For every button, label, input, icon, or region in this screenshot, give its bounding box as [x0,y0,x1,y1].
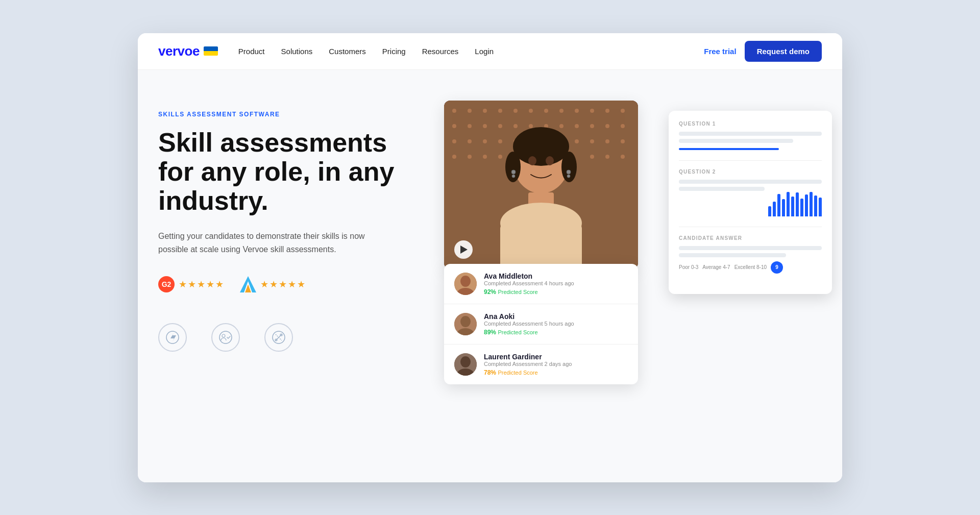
nav-pricing[interactable]: Pricing [382,47,406,56]
free-trial-button[interactable]: Free trial [704,47,736,56]
ratings-section: G2 ★ ★ ★ ★ ★ [158,276,424,292]
svg-point-48 [452,155,456,159]
feature-icons-row [158,323,424,352]
panel-divider-1 [679,160,822,161]
star-4: ★ [206,279,214,290]
svg-point-44 [575,139,579,143]
candidate-answer-section: CANDIDATE ANSWER Poor 0-3 Average 4-7 Ex… [679,235,822,274]
bar-chart-bar [810,192,813,216]
navbar: vervoe Product Solutions Customers Prici… [138,33,842,70]
candidates-card: Ava Middleton Completed Assessment 4 hou… [444,264,638,384]
svg-point-28 [513,124,518,128]
svg-point-20 [575,109,579,113]
candidate-name-1: Ava Middleton [484,272,628,280]
svg-point-12 [452,109,456,113]
bar-chart-bar [796,192,799,216]
q1-progress [679,148,779,150]
g2-rating: G2 ★ ★ ★ ★ ★ [158,276,224,292]
logo[interactable]: vervoe [158,43,218,59]
nav-product[interactable]: Product [238,47,265,56]
candidate-avatar-2 [454,313,477,335]
svg-point-39 [498,139,502,143]
svg-point-45 [590,139,594,143]
q2-line-1 [679,180,822,184]
candidate-info-1: Ava Middleton Completed Assessment 4 hou… [484,272,628,296]
bar-chart-bar [777,194,780,216]
svg-point-33 [590,124,594,128]
question2-section: QUESTION 2 [679,169,822,216]
candidate-info-2: Ana Aoki Completed Assessment 5 hours ag… [484,312,628,336]
svg-point-49 [468,155,472,159]
svg-point-54 [605,155,609,159]
nav-solutions[interactable]: Solutions [281,47,313,56]
svg-point-76 [460,356,471,367]
bar-chart-bar [800,199,803,216]
svg-point-47 [621,139,625,143]
svg-point-25 [468,124,472,128]
cstar-4: ★ [288,279,296,290]
nav-customers[interactable]: Customers [329,47,366,56]
svg-point-26 [483,124,487,128]
candidate-avatar-3 [454,353,477,376]
bar-chart-bar [782,199,785,216]
request-demo-button[interactable]: Request demo [745,41,822,62]
svg-point-51 [498,155,502,159]
hero-left: SKILLS ASSESSMENT SOFTWARE Skill assessm… [158,101,424,462]
nav-actions: Free trial Request demo [704,41,822,62]
candidate-answer-label: CANDIDATE ANSWER [679,235,822,241]
svg-point-32 [575,124,579,128]
svg-point-22 [605,109,609,113]
ukraine-flag-icon [204,46,218,56]
video-play-button[interactable] [454,240,473,259]
candidate-score-2: 89% Predicted Score [484,329,628,336]
star-half: ★ [215,279,224,290]
bar-chart-bar [787,192,790,216]
bar-chart-bar [768,206,771,216]
svg-point-60 [528,156,536,165]
svg-point-16 [513,109,518,113]
candidate-avatar-1 [454,273,477,295]
svg-point-35 [621,124,625,128]
bar-chart-bar [791,197,794,216]
question1-lines [679,132,822,150]
candidate-info-3: Laurent Gardiner Completed Assessment 2 … [484,353,628,376]
candidate-row-3[interactable]: Laurent Gardiner Completed Assessment 2 … [444,345,638,384]
lightning-icon [158,323,187,352]
nav-resources[interactable]: Resources [422,47,459,56]
feature-icon-1 [158,323,187,352]
score-badge: 9 [771,261,783,274]
feature-icon-2 [211,323,240,352]
browser-window: vervoe Product Solutions Customers Prici… [138,33,842,482]
answer-lines [679,246,822,257]
nav-login[interactable]: Login [475,47,494,56]
bar-chart-bar [773,202,776,216]
svg-point-65 [567,175,570,178]
bar-chart [679,191,822,216]
svg-point-29 [529,124,533,128]
poor-label: Poor 0-3 [679,264,698,270]
candidate-name-2: Ana Aoki [484,312,628,321]
svg-point-19 [559,109,564,113]
assessment-panel: QUESTION 1 QUESTION 2 [669,111,832,294]
svg-point-5 [222,334,225,337]
play-icon [460,246,468,254]
candidate-row-2[interactable]: Ana Aoki Completed Assessment 5 hours ag… [444,304,638,345]
bar-chart-bar [814,195,817,216]
candidate-row-1[interactable]: Ava Middleton Completed Assessment 4 hou… [444,264,638,304]
hero-subtitle: Getting your candidates to demonstrate t… [158,230,373,256]
hero-eyebrow: SKILLS ASSESSMENT SOFTWARE [158,111,424,118]
svg-point-70 [460,276,471,287]
capterra-rating: ★ ★ ★ ★ ★ [240,276,305,292]
ans-line-1 [679,246,822,250]
bar-chart-bar [805,194,808,216]
svg-point-57 [513,127,569,166]
svg-point-34 [605,124,609,128]
star-2: ★ [188,279,196,290]
svg-point-36 [452,139,456,143]
feature-icon-3 [264,323,293,352]
cstar-half: ★ [297,279,305,290]
cstar-3: ★ [279,279,287,290]
svg-point-37 [468,139,472,143]
q1-line-1 [679,132,822,136]
svg-point-53 [590,155,594,159]
